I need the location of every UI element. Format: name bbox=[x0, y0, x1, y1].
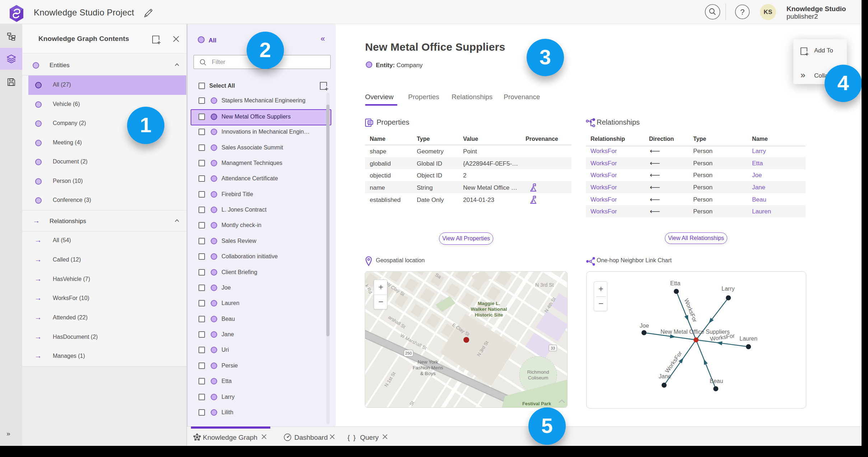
svg-text:?: ? bbox=[740, 8, 745, 17]
svg-text:N 3rd St: N 3rd St bbox=[535, 282, 554, 288]
svg-text:Beau: Beau bbox=[710, 378, 723, 384]
svg-text:Fashion Mens: Fashion Mens bbox=[413, 365, 443, 370]
svg-text:Lauren: Lauren bbox=[739, 336, 757, 342]
svg-text:& Boys: & Boys bbox=[420, 371, 436, 376]
svg-text:Maggie L.: Maggie L. bbox=[478, 301, 500, 306]
svg-text:33: 33 bbox=[551, 346, 555, 350]
svg-text:Richmond: Richmond bbox=[527, 369, 549, 375]
svg-text:Jane: Jane bbox=[659, 373, 671, 379]
svg-text:Etta: Etta bbox=[670, 280, 681, 286]
svg-text:Historic Site: Historic Site bbox=[475, 312, 503, 318]
svg-text:Coliseum: Coliseum bbox=[528, 375, 548, 380]
svg-text:250: 250 bbox=[405, 351, 412, 355]
svg-text:New York: New York bbox=[417, 359, 438, 365]
svg-text:Walker National: Walker National bbox=[471, 306, 507, 312]
svg-text:Joe: Joe bbox=[640, 323, 649, 329]
svg-text:WorksFor: WorksFor bbox=[683, 298, 698, 323]
svg-text:Festival Park: Festival Park bbox=[522, 401, 551, 406]
svg-text:New Metal Office Suppliers: New Metal Office Suppliers bbox=[661, 329, 730, 335]
svg-text:Larry: Larry bbox=[722, 286, 734, 292]
